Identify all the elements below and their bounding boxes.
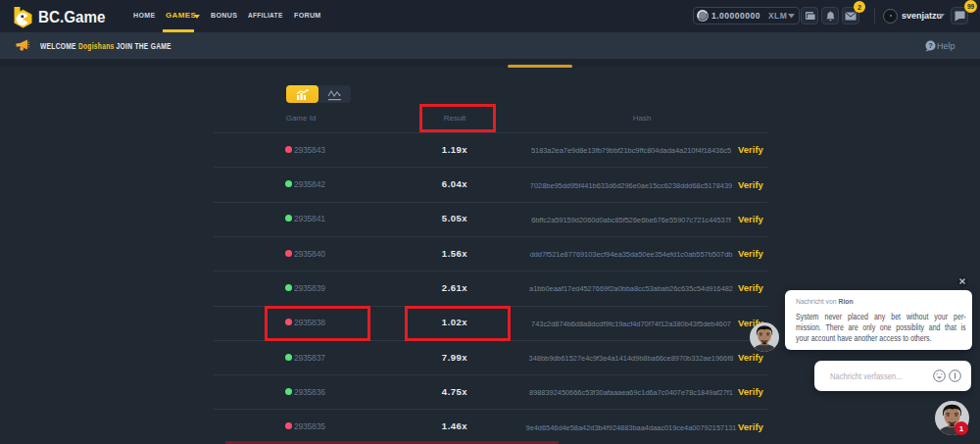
- svg-text:?: ?: [928, 41, 933, 50]
